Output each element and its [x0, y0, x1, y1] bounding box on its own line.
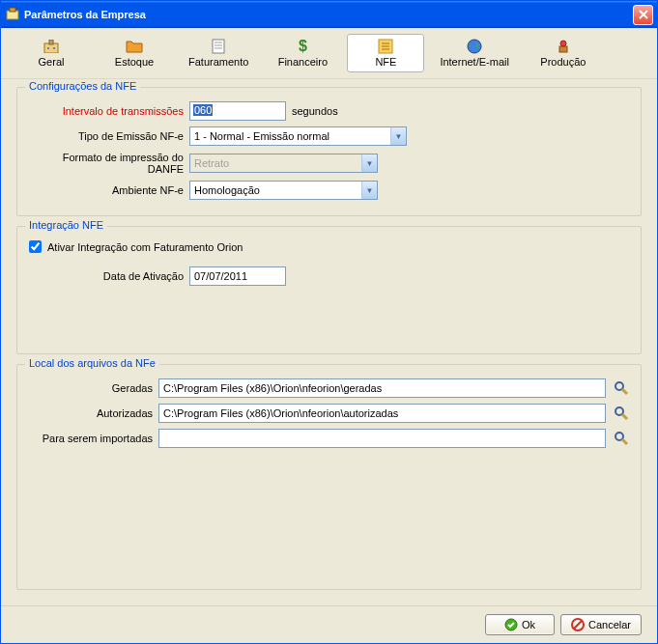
- label-ambiente: Ambiente NF-e: [27, 184, 184, 196]
- input-intervalo[interactable]: [189, 101, 286, 121]
- tab-label: Estoque: [115, 56, 154, 68]
- tab-label: Geral: [39, 56, 65, 68]
- svg-point-14: [468, 40, 481, 53]
- content-area: Configurações da NFE Intervalo de transm…: [1, 79, 657, 605]
- fieldset-local-arquivos: Local dos arquivos da NFe Geradas Autori…: [16, 364, 642, 590]
- svg-rect-15: [559, 46, 567, 52]
- button-bar: Ok Cancelar: [1, 605, 657, 643]
- label-geradas: Geradas: [27, 382, 153, 394]
- tab-geral[interactable]: Geral: [13, 34, 90, 72]
- label-autorizadas: Autorizadas: [27, 407, 153, 419]
- select-ambiente[interactable]: Homologação ▼: [189, 181, 378, 200]
- legend-integracao: Integração NFE: [25, 219, 107, 231]
- svg-line-22: [622, 439, 627, 444]
- svg-line-20: [622, 414, 627, 419]
- search-icon: [614, 406, 629, 421]
- toolbar: Geral Estoque Faturamento $ Financeiro N…: [1, 28, 657, 79]
- legend-config: Configurações da NFE: [25, 80, 140, 92]
- fieldset-config-nfe: Configurações da NFE Intervalo de transm…: [16, 87, 642, 216]
- svg-rect-6: [213, 40, 224, 53]
- doc-icon: [209, 39, 228, 54]
- titlebar: Parâmetros da Empresa: [1, 1, 657, 28]
- tab-label: Internet/E-mail: [440, 56, 509, 68]
- checkbox-ativar-integracao[interactable]: [29, 240, 42, 253]
- tab-nfe[interactable]: NFE: [347, 34, 424, 72]
- folder-icon: [125, 39, 144, 54]
- label-tipo-emissao: Tipo de Emissão NF-e: [27, 130, 184, 142]
- input-data-ativacao[interactable]: [189, 266, 286, 286]
- svg-rect-3: [49, 40, 53, 44]
- tab-financeiro[interactable]: $ Financeiro: [264, 34, 341, 72]
- tab-faturamento[interactable]: Faturamento: [179, 34, 258, 72]
- fieldset-integracao-nfe: Integração NFE Ativar Integração com Fat…: [16, 226, 642, 354]
- svg-point-16: [560, 41, 566, 46]
- app-icon: [5, 7, 20, 22]
- gear-icon: [554, 39, 573, 54]
- cancel-button[interactable]: Cancelar: [560, 614, 642, 635]
- svg-point-19: [615, 407, 623, 415]
- browse-para-button[interactable]: [612, 429, 631, 448]
- svg-rect-1: [10, 8, 15, 12]
- chevron-down-icon: ▼: [390, 127, 406, 145]
- svg-line-25: [574, 621, 582, 629]
- office-icon: [42, 39, 61, 54]
- window-title: Parâmetros da Empresa: [24, 9, 633, 20]
- money-icon: $: [293, 39, 312, 54]
- search-icon: [614, 431, 629, 446]
- input-para-importadas[interactable]: [158, 429, 606, 448]
- svg-rect-4: [47, 47, 49, 49]
- svg-rect-5: [53, 47, 55, 49]
- chevron-down-icon: ▼: [361, 182, 377, 199]
- tab-label: NFE: [375, 56, 396, 68]
- select-tipo-emissao[interactable]: 1 - Normal - Emissão normal ▼: [189, 126, 407, 146]
- label-formato-danfe: Formato de impressão do DANFE: [27, 152, 184, 175]
- label-para-importadas: Para serem importadas: [27, 433, 153, 444]
- input-autorizadas[interactable]: [158, 404, 606, 423]
- browse-geradas-button[interactable]: [612, 378, 631, 398]
- tab-estoque[interactable]: Estoque: [96, 34, 173, 72]
- window: Parâmetros da Empresa Geral Estoque Fatu…: [0, 0, 658, 644]
- tab-label: Faturamento: [188, 56, 248, 68]
- ok-button[interactable]: Ok: [485, 614, 555, 635]
- tab-label: Financeiro: [278, 56, 328, 68]
- label-data-ativacao: Data de Ativação: [27, 270, 184, 282]
- input-geradas[interactable]: [158, 378, 606, 398]
- label-segundos: segundos: [292, 105, 338, 117]
- svg-line-18: [622, 389, 627, 394]
- globe-icon: [465, 39, 484, 54]
- chevron-down-icon: ▼: [361, 154, 377, 172]
- nfe-icon: [376, 39, 395, 54]
- check-icon: [504, 618, 518, 631]
- label-intervalo: Intervalo de transmissões: [27, 105, 184, 117]
- tab-producao[interactable]: Produção: [525, 34, 602, 72]
- tab-label: Produção: [540, 56, 586, 68]
- svg-point-21: [615, 433, 623, 440]
- select-formato-danfe: Retrato ▼: [189, 154, 378, 173]
- tab-internet[interactable]: Internet/E-mail: [430, 34, 519, 72]
- label-ativar-integracao: Ativar Integração com Faturamento Orion: [47, 241, 243, 253]
- cancel-icon: [571, 618, 585, 631]
- browse-autorizadas-button[interactable]: [612, 404, 631, 423]
- legend-local: Local dos arquivos da NFe: [25, 357, 159, 369]
- close-button[interactable]: [633, 5, 653, 25]
- search-icon: [614, 380, 629, 396]
- svg-point-17: [615, 382, 623, 390]
